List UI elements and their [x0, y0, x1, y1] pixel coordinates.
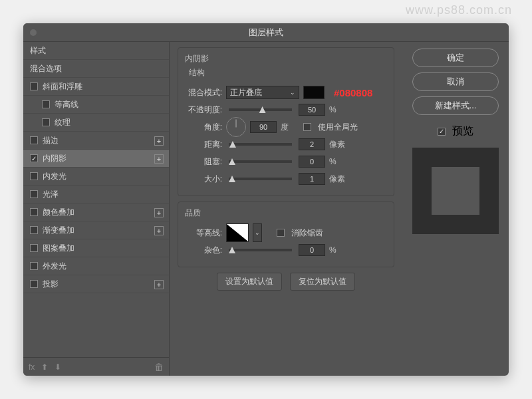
contour-row: 等高线: ⌄ 消除锯齿: [185, 224, 387, 241]
size-input[interactable]: 1: [299, 173, 325, 185]
preview-toggle-row: 预览: [438, 124, 473, 138]
choke-input[interactable]: 0: [299, 156, 325, 168]
effect-checkbox[interactable]: [30, 280, 38, 288]
ok-button[interactable]: 确定: [412, 49, 499, 67]
distance-unit: 像素: [329, 139, 348, 150]
layer-style-dialog: 图层样式 样式 混合选项 斜面和浮雕等高线纹理描边+内阴影+内发光光泽颜色叠加+…: [23, 23, 509, 376]
structure-label: 结构: [185, 67, 387, 78]
effect-checkbox[interactable]: [30, 244, 38, 252]
angle-dial[interactable]: [226, 117, 246, 137]
noise-label: 杂色:: [185, 245, 222, 256]
sidebar-item-label: 等高线: [55, 96, 78, 114]
sidebar-item-3[interactable]: 描边+: [23, 132, 169, 150]
dialog-title: 图层样式: [249, 27, 283, 37]
cancel-button[interactable]: 取消: [412, 72, 499, 91]
blend-mode-row: 混合模式: 正片叠底 ⌄ #080808: [185, 84, 387, 101]
sidebar-item-2[interactable]: 纹理: [23, 114, 169, 132]
blend-mode-value: 正片叠底: [230, 87, 262, 98]
chevron-down-icon: ⌄: [290, 89, 295, 96]
opacity-slider[interactable]: [229, 108, 292, 111]
opacity-input[interactable]: 50: [299, 104, 325, 116]
effect-checkbox[interactable]: [30, 136, 38, 144]
distance-row: 距离: 2 像素: [185, 136, 387, 153]
opacity-label: 不透明度:: [185, 104, 222, 116]
angle-row: 角度: 90 度 使用全局光: [185, 118, 387, 136]
effect-checkbox[interactable]: [30, 172, 38, 180]
sidebar-item-4[interactable]: 内阴影+: [23, 150, 169, 168]
global-light-checkbox[interactable]: [303, 123, 311, 131]
sidebar-item-1[interactable]: 等高线: [23, 96, 169, 114]
sidebar-item-9[interactable]: 图案叠加: [23, 239, 169, 257]
quality-label: 品质: [185, 207, 387, 219]
antialias-checkbox[interactable]: [277, 229, 285, 237]
effect-checkbox[interactable]: [30, 82, 38, 90]
plus-icon[interactable]: +: [154, 280, 164, 289]
distance-slider[interactable]: [229, 143, 292, 146]
blend-mode-select[interactable]: 正片叠底 ⌄: [226, 86, 299, 99]
sidebar-item-0[interactable]: 斜面和浮雕: [23, 78, 169, 96]
plus-icon[interactable]: +: [154, 226, 164, 235]
size-label: 大小:: [185, 174, 222, 185]
color-swatch[interactable]: [303, 86, 325, 99]
size-unit: 像素: [329, 174, 348, 185]
size-slider[interactable]: [229, 178, 292, 180]
plus-icon[interactable]: +: [154, 208, 164, 217]
noise-input[interactable]: 0: [299, 244, 325, 256]
color-hex-annotation: #080808: [334, 87, 372, 98]
sidebar-item-label: 纹理: [55, 114, 70, 132]
arrow-down-icon[interactable]: ⬇: [55, 362, 61, 372]
fx-icon[interactable]: fx: [29, 362, 35, 372]
contour-dropdown[interactable]: ⌄: [253, 223, 262, 242]
contour-swatch[interactable]: [226, 223, 249, 242]
reset-default-button[interactable]: 复位为默认值: [290, 273, 355, 291]
angle-unit: 度: [281, 122, 299, 133]
effect-checkbox[interactable]: [42, 118, 50, 126]
sidebar-item-label: 图案叠加: [43, 239, 74, 257]
sidebar: 样式 混合选项 斜面和浮雕等高线纹理描边+内阴影+内发光光泽颜色叠加+渐变叠加+…: [23, 42, 170, 376]
new-style-button[interactable]: 新建样式...: [412, 96, 499, 115]
sidebar-footer: fx ⬆ ⬇ 🗑: [23, 357, 169, 376]
choke-row: 阻塞: 0 %: [185, 153, 387, 170]
default-buttons-row: 设置为默认值 复位为默认值: [178, 273, 394, 291]
sidebar-item-label: 投影: [43, 275, 59, 293]
make-default-button[interactable]: 设置为默认值: [217, 273, 282, 291]
right-column: 确定 取消 新建样式... 预览: [402, 42, 509, 376]
effect-checkbox[interactable]: [30, 226, 38, 234]
close-icon[interactable]: [30, 29, 37, 36]
dialog-body: 样式 混合选项 斜面和浮雕等高线纹理描边+内阴影+内发光光泽颜色叠加+渐变叠加+…: [23, 42, 509, 376]
effect-checkbox[interactable]: [30, 190, 38, 198]
blend-mode-label: 混合模式:: [185, 87, 222, 98]
sidebar-item-6[interactable]: 光泽: [23, 186, 169, 203]
effect-checkbox[interactable]: [30, 208, 38, 216]
angle-label: 角度:: [185, 122, 222, 133]
sidebar-item-7[interactable]: 颜色叠加+: [23, 203, 169, 221]
preview-checkbox[interactable]: [438, 128, 446, 136]
plus-icon[interactable]: +: [154, 154, 164, 164]
contour-label: 等高线:: [185, 227, 222, 239]
effect-checkbox[interactable]: [30, 154, 38, 162]
plus-icon[interactable]: +: [154, 136, 164, 146]
opacity-unit: %: [329, 105, 348, 114]
trash-icon[interactable]: 🗑: [154, 362, 164, 372]
choke-label: 阻塞:: [185, 156, 222, 168]
sidebar-item-11[interactable]: 投影+: [23, 275, 169, 293]
sidebar-blend-header[interactable]: 混合选项: [23, 60, 169, 78]
angle-input[interactable]: 90: [250, 121, 277, 133]
sidebar-item-5[interactable]: 内发光: [23, 168, 169, 186]
sidebar-item-label: 光泽: [43, 186, 59, 203]
sidebar-item-8[interactable]: 渐变叠加+: [23, 221, 169, 239]
opacity-row: 不透明度: 50 %: [185, 101, 387, 118]
main-panel: 内阴影 结构 混合模式: 正片叠底 ⌄ #080808 不透明度: 50 %: [170, 42, 402, 376]
effect-checkbox[interactable]: [42, 100, 50, 108]
titlebar: 图层样式: [23, 23, 509, 42]
size-row: 大小: 1 像素: [185, 170, 387, 188]
noise-slider[interactable]: [229, 249, 292, 251]
distance-input[interactable]: 2: [299, 138, 325, 150]
arrow-up-icon[interactable]: ⬆: [41, 362, 48, 372]
choke-slider[interactable]: [229, 160, 292, 163]
watermark-text: www.ps88.com.cn: [406, 3, 512, 17]
sidebar-styles-header[interactable]: 样式: [23, 42, 169, 60]
sidebar-item-10[interactable]: 外发光: [23, 257, 169, 275]
effect-checkbox[interactable]: [30, 262, 38, 270]
preview-label: 预览: [452, 124, 473, 138]
